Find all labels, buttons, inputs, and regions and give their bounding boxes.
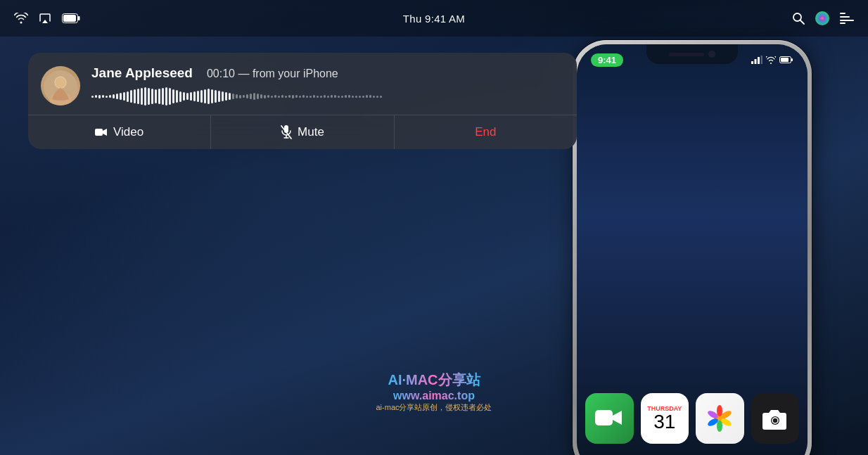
svg-rect-6 — [840, 13, 845, 14]
audio-waveform — [91, 86, 561, 106]
menubar-right-icons — [792, 11, 854, 26]
svg-rect-25 — [791, 58, 793, 61]
iphone-screen-area: 9:41 — [577, 44, 808, 455]
iphone-wifi-icon — [766, 56, 776, 64]
iphone-notch — [646, 44, 738, 64]
mac-menubar: Thu 9:41 AM — [0, 0, 868, 37]
notification-info: Jane Appleseed 00:10 — from your iPhone — [91, 65, 561, 106]
svg-rect-9 — [840, 23, 845, 24]
watermark-url: www.aimac.top — [376, 390, 492, 402]
iphone-battery-icon — [779, 56, 793, 63]
svg-rect-21 — [758, 57, 760, 64]
video-button[interactable]: Video — [28, 115, 211, 149]
menubar-left-icons — [14, 13, 80, 24]
iphone-dock: Thursday 31 — [585, 359, 799, 451]
menubar-time: Thu 9:41 AM — [403, 13, 465, 25]
svg-rect-24 — [781, 58, 789, 62]
signal-bars-icon — [751, 56, 762, 64]
end-button[interactable]: End — [395, 115, 577, 149]
facetime-app-icon[interactable] — [585, 393, 634, 444]
front-camera — [708, 51, 715, 58]
airplay-icon — [38, 13, 52, 24]
wifi-icon — [14, 13, 28, 24]
svg-point-28 — [717, 405, 722, 416]
svg-rect-7 — [840, 16, 850, 18]
watermark-site-name: AI·MAC分享站 — [376, 371, 492, 390]
iphone-device: 9:41 — [573, 40, 812, 455]
mute-button[interactable]: Mute — [211, 115, 394, 149]
svg-rect-22 — [761, 56, 763, 64]
svg-point-31 — [717, 421, 722, 432]
iphone-time-pill: 9:41 — [591, 53, 623, 67]
svg-rect-26 — [595, 410, 613, 425]
svg-point-13 — [55, 77, 65, 87]
search-icon[interactable] — [792, 12, 805, 25]
menubar-center: Thu 9:41 AM — [403, 13, 465, 25]
svg-rect-8 — [840, 20, 854, 21]
svg-line-4 — [800, 20, 805, 25]
call-action-buttons: Video Mute End — [28, 115, 577, 149]
caller-avatar — [41, 66, 80, 105]
speaker-grille — [669, 53, 704, 56]
battery-icon — [62, 13, 80, 23]
svg-rect-19 — [751, 61, 753, 64]
mute-icon — [281, 125, 292, 139]
notification-header-row: Jane Appleseed 00:10 — from your iPhone — [91, 65, 561, 81]
svg-rect-2 — [78, 16, 80, 20]
calendar-app-icon[interactable]: Thursday 31 — [641, 393, 689, 444]
photos-app-icon[interactable] — [696, 393, 744, 444]
caller-name: Jane Appleseed — [91, 65, 193, 81]
notification-top: Jane Appleseed 00:10 — from your iPhone — [28, 53, 577, 115]
video-icon — [95, 127, 108, 137]
watermark: AI·MAC分享站 www.aimac.top ai-mac分享站原创，侵权违者… — [376, 371, 492, 413]
svg-point-5 — [815, 11, 829, 25]
svg-rect-14 — [95, 129, 103, 136]
svg-rect-20 — [755, 59, 757, 64]
watermark-copyright: ai-mac分享站原创，侵权违者必处 — [376, 402, 492, 413]
call-info: 00:10 — from your iPhone — [207, 68, 338, 80]
svg-rect-1 — [63, 15, 76, 22]
iphone-frame: 9:41 — [573, 40, 812, 455]
iphone-status-icons — [751, 56, 793, 64]
call-notification-card: Jane Appleseed 00:10 — from your iPhone … — [28, 53, 577, 149]
menu-icon[interactable] — [840, 13, 854, 24]
siri-icon[interactable] — [815, 11, 830, 26]
calendar-date-number: 31 — [653, 412, 675, 432]
iphone-screen: 9:41 — [577, 44, 808, 455]
camera-app-icon[interactable] — [751, 393, 800, 444]
